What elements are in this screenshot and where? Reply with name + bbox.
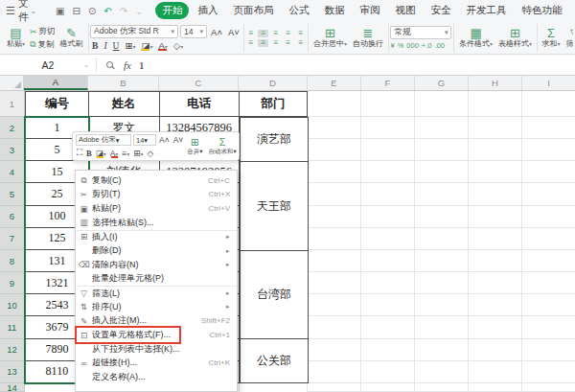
empty-cell[interactable]	[469, 316, 522, 338]
empty-cell[interactable]	[415, 339, 469, 361]
empty-cell[interactable]	[522, 91, 575, 117]
empty-cell[interactable]	[469, 228, 522, 250]
empty-cell[interactable]	[415, 183, 469, 205]
grow-font-icon[interactable]: A˄	[158, 135, 171, 145]
row-header[interactable]: 5	[0, 183, 25, 205]
empty-cell[interactable]	[469, 117, 522, 139]
column-header[interactable]: G	[415, 76, 469, 90]
empty-cell[interactable]	[361, 250, 415, 272]
ribbon-tab[interactable]: 视图	[388, 2, 422, 19]
empty-cell[interactable]	[361, 361, 415, 383]
empty-cell[interactable]	[415, 250, 469, 272]
empty-cell[interactable]	[361, 91, 415, 117]
empty-cell[interactable]	[415, 294, 469, 316]
ribbon-tab[interactable]: 审阅	[353, 2, 386, 19]
empty-cell[interactable]	[361, 316, 415, 338]
percent-icon[interactable]: %	[398, 41, 404, 50]
align-center-icon[interactable]: ≡	[258, 39, 268, 47]
autosum-button[interactable]: Σ 自动求和▾	[206, 134, 240, 158]
empty-cell[interactable]	[522, 250, 575, 272]
empty-cell[interactable]	[308, 316, 361, 338]
empty-cell[interactable]	[308, 206, 361, 228]
ribbon-tab[interactable]: 开始	[155, 2, 189, 19]
column-header[interactable]: C	[159, 76, 239, 90]
context-menu-item[interactable]: 定义名称(A)... ▸	[76, 370, 237, 384]
empty-cell[interactable]	[240, 383, 309, 392]
context-menu-item[interactable]: ✂ 剪切(T) Ctrl+X ▸	[76, 188, 237, 202]
align-right-icon[interactable]: ≡	[270, 39, 281, 47]
zoom-icon[interactable]	[106, 61, 113, 68]
empty-cell[interactable]	[308, 294, 361, 316]
context-menu-item[interactable]: ▣ 粘贴(P) Ctrl+V ▸	[76, 201, 237, 216]
empty-cell[interactable]	[522, 316, 575, 338]
empty-cell[interactable]	[361, 294, 415, 316]
empty-cell[interactable]	[308, 139, 361, 161]
copy-button[interactable]: ⧉复制	[30, 39, 56, 51]
empty-cell[interactable]	[308, 339, 361, 361]
empty-cell[interactable]	[415, 272, 469, 294]
select-all-corner[interactable]	[0, 76, 24, 90]
header-cell[interactable]: 部门	[240, 91, 309, 117]
row-header[interactable]: 10	[0, 294, 25, 316]
header-cell[interactable]: 编号	[25, 91, 89, 117]
font-name-combo[interactable]: Adobe 仿宋 Std R▾	[90, 25, 178, 38]
empty-cell[interactable]	[469, 206, 522, 228]
empty-cell[interactable]	[415, 161, 469, 183]
row-header[interactable]: 1	[0, 91, 25, 117]
increase-decimal-icon[interactable]: +.0	[422, 41, 432, 50]
ribbon-tab[interactable]: 页面布局	[226, 2, 280, 19]
empty-cell[interactable]	[308, 183, 361, 205]
ribbon-tab[interactable]: 插入	[191, 2, 224, 19]
paste-button[interactable]: ▤ 粘贴▾	[4, 27, 28, 49]
column-header[interactable]: A	[24, 76, 88, 90]
formula-input[interactable]: 1	[139, 59, 145, 71]
empty-cell[interactable]	[522, 228, 575, 250]
context-menu-item[interactable]: ▽ 筛选(L) ▸	[76, 286, 237, 300]
bold-button[interactable]: B	[90, 41, 100, 51]
shrink-font-icon[interactable]: A˅	[226, 27, 242, 37]
ribbon-tab[interactable]: 公式	[282, 2, 315, 19]
empty-cell[interactable]	[361, 183, 415, 205]
empty-cell[interactable]	[361, 139, 415, 161]
empty-cell[interactable]	[522, 339, 575, 361]
column-header[interactable]: B	[88, 76, 159, 90]
row-header[interactable]: 12	[0, 339, 25, 361]
mini-font-size-combo[interactable]: 14▾	[133, 134, 156, 146]
empty-cell[interactable]	[361, 117, 415, 139]
shading-button[interactable]: ◇	[146, 149, 154, 158]
column-header[interactable]: E	[308, 76, 361, 90]
empty-cell[interactable]	[415, 117, 469, 139]
decrease-indent-icon[interactable]: ≡	[283, 30, 293, 37]
empty-cell[interactable]	[361, 339, 415, 361]
empty-cell[interactable]	[415, 361, 469, 383]
empty-cell[interactable]	[469, 294, 522, 316]
name-box[interactable]: A2 ⌄	[0, 55, 96, 75]
empty-cell[interactable]	[308, 117, 361, 139]
empty-cell[interactable]	[308, 161, 361, 183]
context-menu-item[interactable]: ⌫ 清除内容(N) ▸	[76, 258, 237, 272]
undo-icon[interactable]: ↶	[104, 6, 111, 16]
ribbon-tab[interactable]: 开发工具	[459, 2, 513, 19]
empty-cell[interactable]	[308, 383, 361, 392]
empty-cell[interactable]	[469, 250, 522, 272]
empty-cell[interactable]	[469, 383, 522, 392]
borders-button[interactable]: ⊞▾	[123, 40, 137, 51]
row-header[interactable]: 2	[0, 117, 25, 139]
merged-cell-dept[interactable]: 台湾部	[240, 250, 309, 339]
context-menu-item[interactable]: 从下拉列表中选择(K)... ▸	[76, 342, 237, 357]
quickbar-caret-icon[interactable]: ⌄	[135, 6, 143, 16]
merged-cell-dept[interactable]: 演艺部	[240, 117, 309, 162]
context-menu-item[interactable]: ⊡ 设置单元格格式(F)... Ctrl+1 ▸	[76, 328, 237, 342]
row-header[interactable]: 8	[0, 250, 25, 272]
context-menu-item[interactable]: ⧉ 复制(C) Ctrl+C ▸	[76, 173, 237, 188]
empty-cell[interactable]	[522, 161, 575, 183]
empty-cell[interactable]	[415, 206, 469, 228]
empty-cell[interactable]	[522, 117, 575, 139]
header-cell[interactable]: 电话	[160, 91, 240, 117]
row-header[interactable]: 9	[0, 272, 25, 294]
empty-cell[interactable]	[522, 272, 575, 294]
row-header[interactable]: 14	[0, 383, 25, 392]
empty-cell[interactable]	[361, 228, 415, 250]
print-preview-icon[interactable]: ⊙	[88, 6, 96, 16]
italic-button[interactable]: I	[102, 41, 108, 51]
